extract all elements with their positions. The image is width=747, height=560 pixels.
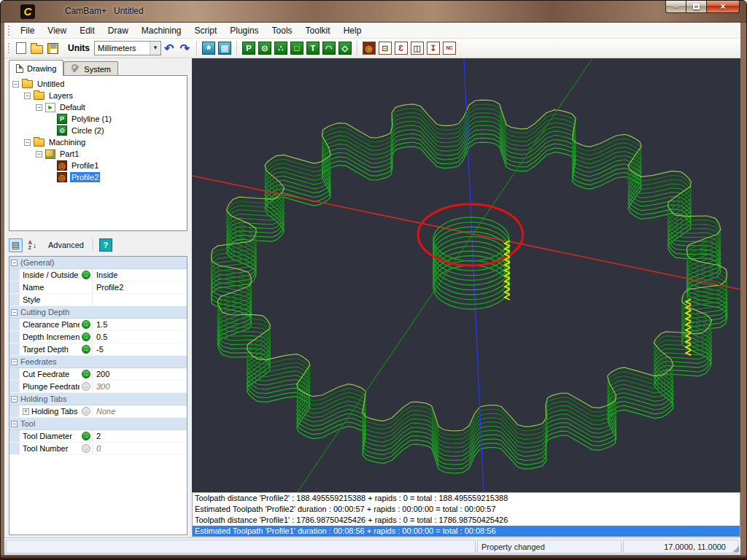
polyline-icon[interactable]: P — [242, 42, 255, 55]
menu-tools[interactable]: Tools — [266, 23, 299, 38]
tree-item-label[interactable]: Part1 — [58, 149, 80, 159]
property-row[interactable]: Cut Feedrate→200 — [9, 368, 187, 381]
tree-item-label[interactable]: Layers — [47, 90, 74, 101]
az-sort-icon[interactable]: AZ↓ — [26, 238, 39, 252]
mill-bit-icon[interactable]: ↧ — [427, 42, 440, 55]
rectangle-icon[interactable]: □ — [290, 42, 303, 55]
undo-icon[interactable]: ↶ — [161, 42, 177, 55]
property-value[interactable]: 0 — [92, 443, 187, 454]
combo-dropdown-icon[interactable]: ▼ — [150, 42, 160, 55]
property-category[interactable]: −Holding Tabs — [9, 393, 187, 405]
menu-draw[interactable]: Draw — [101, 23, 135, 38]
open-file-icon[interactable] — [31, 43, 43, 54]
property-value[interactable]: 200 — [92, 368, 187, 380]
pocket-op-icon[interactable]: ⊡ — [379, 42, 392, 55]
tab-drawing[interactable]: Drawing — [9, 60, 63, 76]
tree-expander[interactable]: − — [36, 104, 42, 111]
property-value[interactable]: -5 — [92, 343, 187, 355]
tree-expander[interactable]: − — [24, 93, 31, 99]
menu-plugins[interactable]: Plugins — [223, 23, 265, 38]
save-file-icon[interactable] — [47, 43, 58, 54]
menu-help[interactable]: Help — [337, 23, 368, 38]
toolbar-grip[interactable] — [7, 42, 10, 54]
minimize-button[interactable]: – — [665, 0, 686, 13]
text-icon[interactable]: T — [306, 42, 320, 55]
category-expander[interactable]: − — [11, 396, 18, 402]
property-value[interactable]: 2 — [92, 430, 187, 442]
tree-item[interactable]: −Part1 — [9, 148, 187, 160]
engrave-op-icon[interactable]: Ɛ — [395, 42, 408, 55]
log-line[interactable]: Toolpath distance 'Profile2' : 188.49555… — [193, 493, 740, 504]
tree-expander[interactable]: − — [36, 151, 42, 158]
log-line[interactable]: Estimated Toolpath 'Profile2' duration :… — [193, 504, 740, 515]
category-expander[interactable]: − — [11, 309, 18, 316]
property-row[interactable]: Clearance Plane→1.5 — [9, 319, 187, 331]
tree-item-label[interactable]: Polyline (1) — [70, 114, 113, 124]
category-expander[interactable]: − — [11, 359, 18, 365]
viewport-3d[interactable] — [192, 58, 740, 492]
tree-item-label[interactable]: Profile2 — [70, 172, 100, 182]
menu-script[interactable]: Script — [188, 23, 224, 38]
close-button[interactable]: × — [706, 0, 740, 13]
property-category[interactable]: −Feedrates — [9, 356, 187, 368]
grid-icon[interactable]: ▦ — [218, 42, 231, 55]
drill-op-icon[interactable]: ◫ — [411, 42, 424, 55]
property-row[interactable]: Inside / Outside→Inside — [9, 269, 187, 281]
property-expander[interactable]: + — [23, 408, 29, 415]
tree-item[interactable]: ⊙Circle (2) — [9, 125, 187, 136]
tree-item-label[interactable]: Default — [58, 102, 87, 112]
tree-item-label[interactable]: Circle (2) — [70, 125, 106, 136]
property-row[interactable]: +Holding Tabs→None — [9, 405, 187, 418]
points-icon[interactable]: ∴ — [274, 42, 287, 55]
property-value[interactable]: None — [92, 405, 187, 417]
tree-expander[interactable]: − — [12, 81, 19, 88]
property-value[interactable]: 1.5 — [92, 319, 187, 330]
tree-item-label[interactable]: Machining — [47, 137, 87, 147]
property-row[interactable]: Tool Number→0 — [9, 443, 187, 455]
property-value[interactable]: 0.5 — [92, 331, 187, 343]
resize-grip[interactable]: ◢ — [733, 544, 739, 553]
snap-points-icon[interactable]: * — [202, 42, 215, 55]
tree-item-label[interactable]: Untitled — [36, 79, 66, 89]
property-row[interactable]: Target Depth→-5 — [9, 343, 187, 356]
property-row[interactable]: NameProfile2 — [9, 281, 187, 294]
property-category[interactable]: −Cutting Depth — [9, 306, 187, 319]
tree-item[interactable]: ◎Profile1 — [9, 160, 187, 171]
tree-item-label[interactable]: Profile1 — [70, 160, 100, 171]
nc-file-icon[interactable]: NC — [443, 42, 456, 55]
property-row[interactable]: Depth Increment→0.5 — [9, 331, 187, 343]
title-bar[interactable]: C CamBam+Untitled –× — [1, 1, 746, 23]
menu-edit[interactable]: Edit — [73, 23, 101, 38]
categorized-view-icon[interactable]: ▤ — [9, 238, 23, 252]
advanced-button[interactable]: Advanced — [42, 241, 90, 249]
redo-icon[interactable]: ↷ — [177, 42, 192, 55]
help-icon[interactable]: ? — [99, 238, 112, 252]
category-expander[interactable]: − — [11, 421, 18, 427]
log-line[interactable]: Toolpath distance 'Profile1' : 1786.9875… — [193, 515, 740, 526]
property-category[interactable]: −(General) — [9, 257, 187, 269]
property-category[interactable]: −Tool — [9, 418, 187, 430]
property-value[interactable]: Profile2 — [92, 281, 187, 293]
property-row[interactable]: Style — [9, 294, 187, 306]
property-value[interactable]: 300 — [92, 381, 187, 392]
property-value[interactable]: Inside — [92, 269, 187, 281]
tree-item[interactable]: −Layers — [9, 90, 187, 101]
menu-view[interactable]: View — [41, 23, 73, 38]
category-expander[interactable]: − — [11, 260, 18, 266]
menu-file[interactable]: File — [14, 23, 41, 38]
tree-item[interactable]: PPolyline (1) — [9, 113, 187, 125]
log-line[interactable]: Estimated Toolpath 'Profile1' duration :… — [193, 526, 740, 537]
tree-item[interactable]: −Machining — [9, 136, 187, 148]
tree-item[interactable]: −►Default — [9, 101, 187, 113]
units-combobox[interactable]: Millimeters▼ — [94, 41, 161, 55]
circle-icon[interactable]: ⊙ — [258, 42, 271, 55]
arc-icon[interactable]: ◠ — [322, 42, 336, 55]
tree-expander[interactable]: − — [24, 139, 31, 146]
tree-item[interactable]: ◎Profile2 — [9, 171, 187, 183]
menu-machining[interactable]: Machining — [135, 23, 188, 38]
menu-grip[interactable] — [7, 25, 10, 36]
profile-op-icon[interactable]: ◎ — [363, 42, 376, 55]
tree-item[interactable]: −Untitled — [9, 78, 187, 90]
surface-icon[interactable]: ◇ — [338, 42, 352, 55]
menu-toolkit[interactable]: Toolkit — [299, 23, 337, 38]
